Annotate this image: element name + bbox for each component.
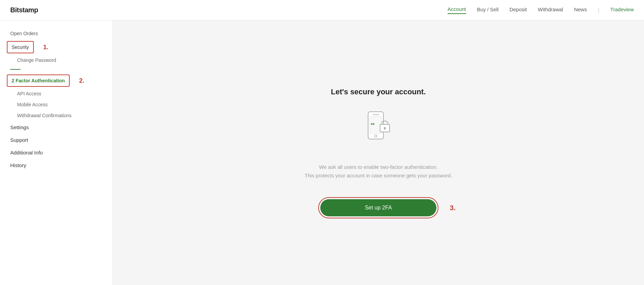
nav-divider: |	[598, 6, 600, 14]
sidebar-divider	[10, 69, 20, 70]
svg-rect-7	[384, 128, 385, 130]
sidebar-open-orders[interactable]: Open Orders	[0, 27, 112, 40]
sidebar-security-row: Security 1.	[0, 40, 112, 55]
annotation-1: 1.	[43, 44, 48, 51]
sidebar-additional-info[interactable]: Additional Info	[0, 146, 112, 159]
setup-2fa-button[interactable]: Set up 2FA	[320, 199, 436, 216]
nav-withdrawal[interactable]: Withdrawal	[538, 6, 563, 14]
sidebar-mobile-access[interactable]: Mobile Access	[0, 99, 112, 110]
svg-text:**: **	[371, 122, 375, 127]
nav-news[interactable]: News	[574, 6, 587, 14]
phone-lock-icon: **	[361, 110, 395, 149]
content-description: We ask all users to enable two-factor au…	[305, 163, 452, 180]
main-content: Let's secure your account. **	[113, 21, 644, 285]
nav-buysell[interactable]: Buy / Sell	[477, 6, 499, 14]
page-title: Let's secure your account.	[331, 87, 426, 96]
header: Bitstamp Account Buy / Sell Deposit With…	[0, 0, 644, 21]
svg-rect-1	[373, 114, 379, 115]
annotation-2: 2.	[79, 77, 84, 84]
sidebar-change-password[interactable]: Change Password	[0, 55, 112, 66]
annotation-3: 3.	[450, 204, 456, 212]
sidebar-2fa-row: 2 Factor Authentication 2.	[0, 73, 112, 88]
main-nav: Account Buy / Sell Deposit Withdrawal Ne…	[448, 6, 634, 14]
nav-account[interactable]: Account	[448, 6, 466, 14]
nav-tradeview[interactable]: Tradeview	[610, 6, 634, 14]
sidebar-withdrawal-confirmations[interactable]: Withdrawal Confirmations	[0, 110, 112, 121]
setup-btn-area: Set up 2FA 3.	[318, 197, 438, 218]
sidebar: Open Orders Security 1. Change Password …	[0, 21, 113, 285]
logo: Bitstamp	[10, 6, 38, 14]
content-card: Let's secure your account. **	[259, 87, 498, 218]
sidebar-history[interactable]: History	[0, 159, 112, 172]
nav-deposit[interactable]: Deposit	[509, 6, 527, 14]
sidebar-2fa[interactable]: 2 Factor Authentication	[7, 74, 70, 87]
sidebar-api-access[interactable]: API Access	[0, 88, 112, 99]
setup-btn-wrapper: Set up 2FA	[318, 197, 438, 218]
sidebar-settings[interactable]: Settings	[0, 121, 112, 134]
sidebar-security[interactable]: Security	[7, 41, 34, 53]
layout: Open Orders Security 1. Change Password …	[0, 21, 644, 285]
sidebar-support[interactable]: Support	[0, 134, 112, 146]
